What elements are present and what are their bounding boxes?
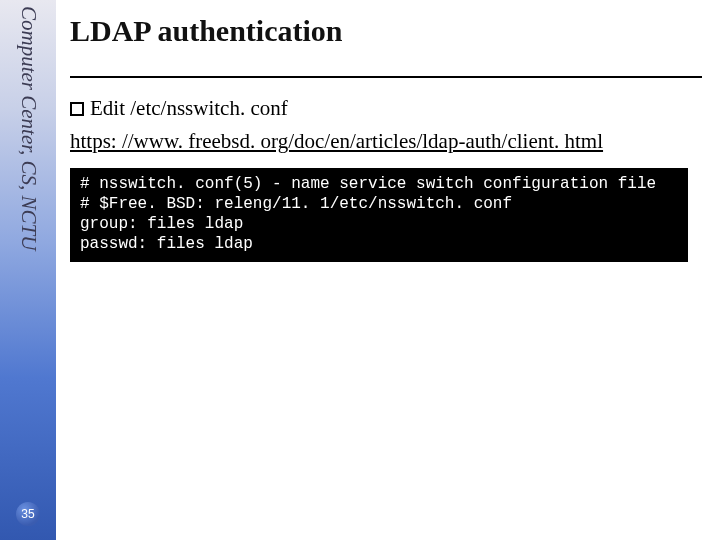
sidebar: Computer Center, CS, NCTU 35	[0, 0, 56, 540]
sidebar-org-label: Computer Center, CS, NCTU	[16, 6, 41, 250]
square-bullet-icon	[70, 102, 84, 116]
slide-content: LDAP authentication Edit /etc/nsswitch. …	[70, 14, 702, 262]
slide-title: LDAP authentication	[70, 14, 702, 48]
bullet-text: Edit /etc/nsswitch. conf	[90, 96, 288, 120]
bullet-item: Edit /etc/nsswitch. conf	[70, 96, 702, 121]
page-number-badge: 35	[16, 502, 40, 526]
reference-link[interactable]: https: //www. freebsd. org/doc/en/articl…	[70, 129, 702, 154]
code-block: # nsswitch. conf(5) - name service switc…	[70, 168, 688, 262]
title-divider	[70, 76, 702, 78]
